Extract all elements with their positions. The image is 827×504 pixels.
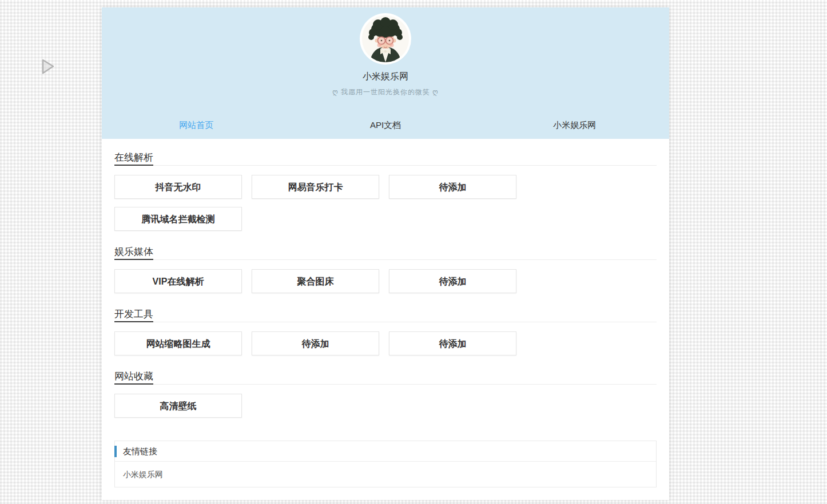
friend-link[interactable]: 小米娱乐网 [115,462,656,487]
friend-links-panel: 友情链接 小米娱乐网 [114,441,657,487]
avatar-illustration [362,15,409,62]
site-header: 小米娱乐网 ღ 我愿用一世阳光换你的微笑 ღ 网站首页 API文档 小米娱乐网 [102,7,669,139]
friend-links-body: 小米娱乐网 [115,462,656,487]
friend-links-header: 友情链接 [115,441,656,462]
tool-button[interactable]: 抖音无水印 [114,175,242,199]
nav-item-site[interactable]: 小米娱乐网 [480,119,669,131]
tool-button[interactable]: 待添加 [389,269,516,293]
section-buttons: 网站缩略图生成 待添加 待添加 [114,331,518,355]
tool-button[interactable]: 待添加 [389,175,516,199]
section-head: 在线解析 [114,150,657,166]
tool-button[interactable]: VIP在线解析 [114,269,242,293]
accent-bar [114,446,117,457]
page-title: 小米娱乐网 [102,71,669,83]
tool-button[interactable]: 待添加 [252,331,379,355]
avatar [360,13,411,65]
section-buttons: 抖音无水印 网易音乐打卡 待添加 腾讯域名拦截检测 [114,175,518,231]
section-head: 娱乐媒体 [114,245,657,260]
tool-section: 在线解析 抖音无水印 网易音乐打卡 待添加 腾讯域名拦截检测 [114,150,657,231]
sections: 在线解析 抖音无水印 网易音乐打卡 待添加 腾讯域名拦截检测 娱乐媒体 VIP在… [102,139,669,500]
section-buttons: VIP在线解析 聚合图床 待添加 [114,269,518,293]
nav-item-api-docs[interactable]: API文档 [291,119,480,131]
nav-item-home[interactable]: 网站首页 [102,119,291,131]
tool-button[interactable]: 网易音乐打卡 [252,175,379,199]
section-title: 网站收藏 [114,369,153,385]
section-title: 在线解析 [114,150,153,166]
section-title: 娱乐媒体 [114,245,153,260]
tool-button[interactable]: 待添加 [389,331,516,355]
tool-button[interactable]: 聚合图床 [252,269,379,293]
section-head: 开发工具 [114,307,657,322]
tool-section: 网站收藏 高清壁纸 [114,369,657,418]
main-nav: 网站首页 API文档 小米娱乐网 [102,119,669,131]
tool-button[interactable]: 网站缩略图生成 [114,331,242,355]
site-tagline: ღ 我愿用一世阳光换你的微笑 ღ [102,87,669,97]
section-head: 网站收藏 [114,369,657,385]
page-background: { "site": { "title": "小米娱乐网", "tagline":… [0,0,827,504]
tool-button[interactable]: 高清壁纸 [114,394,242,418]
content-card: 小米娱乐网 ღ 我愿用一世阳光换你的微笑 ღ 网站首页 API文档 小米娱乐网 … [102,7,669,500]
tool-section: 开发工具 网站缩略图生成 待添加 待添加 [114,307,657,355]
friend-links-title: 友情链接 [123,446,157,456]
tool-button[interactable]: 腾讯域名拦截检测 [114,207,242,231]
section-title: 开发工具 [114,307,153,322]
play-icon[interactable] [39,57,56,78]
section-buttons: 高清壁纸 [114,394,518,418]
tool-section: 娱乐媒体 VIP在线解析 聚合图床 待添加 [114,245,657,293]
